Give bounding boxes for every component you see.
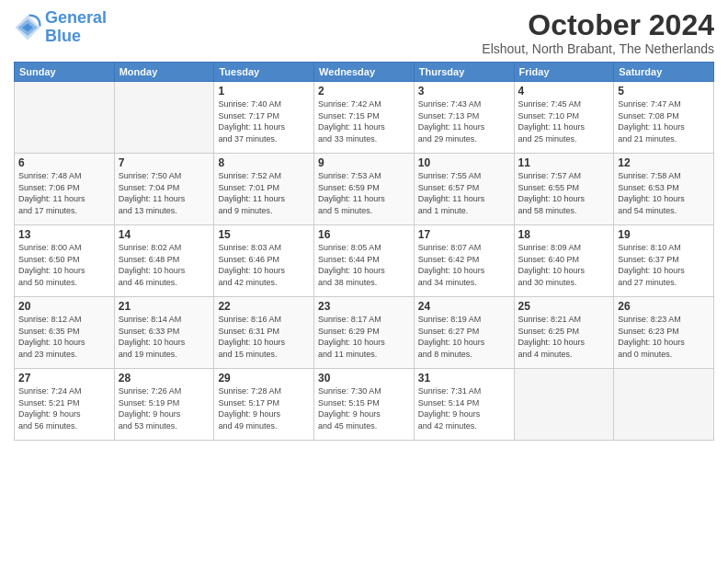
day-number: 9: [318, 156, 410, 169]
day-number: 13: [18, 228, 110, 241]
day-number: 8: [218, 156, 310, 169]
logo-text: General Blue: [45, 9, 107, 46]
day-info: Sunrise: 7:26 AM Sunset: 5:19 PM Dayligh…: [119, 385, 210, 431]
th-wednesday: Wednesday: [314, 63, 415, 82]
day-number: 31: [418, 372, 510, 385]
calendar-week-1: 1Sunrise: 7:40 AM Sunset: 7:17 PM Daylig…: [15, 82, 714, 154]
table-row: 14Sunrise: 8:02 AM Sunset: 6:48 PM Dayli…: [114, 225, 214, 297]
th-sunday: Sunday: [15, 63, 115, 82]
table-row: 27Sunrise: 7:24 AM Sunset: 5:21 PM Dayli…: [15, 369, 115, 441]
day-number: 15: [218, 228, 310, 241]
day-number: 26: [618, 300, 710, 313]
table-row: [114, 82, 214, 154]
day-info: Sunrise: 7:28 AM Sunset: 5:17 PM Dayligh…: [218, 385, 310, 431]
th-tuesday: Tuesday: [214, 63, 314, 82]
th-friday: Friday: [514, 63, 614, 82]
calendar-table: Sunday Monday Tuesday Wednesday Thursday…: [14, 62, 714, 441]
day-info: Sunrise: 8:21 AM Sunset: 6:25 PM Dayligh…: [518, 314, 610, 360]
table-row: 11Sunrise: 7:57 AM Sunset: 6:55 PM Dayli…: [514, 154, 614, 225]
day-info: Sunrise: 7:40 AM Sunset: 7:17 PM Dayligh…: [218, 98, 310, 144]
table-row: 4Sunrise: 7:45 AM Sunset: 7:10 PM Daylig…: [514, 82, 614, 154]
day-number: 25: [518, 300, 610, 313]
table-row: 2Sunrise: 7:42 AM Sunset: 7:15 PM Daylig…: [314, 82, 415, 154]
title-block: October 2024 Elshout, North Brabant, The…: [482, 9, 714, 56]
day-number: 2: [318, 85, 410, 98]
day-info: Sunrise: 8:14 AM Sunset: 6:33 PM Dayligh…: [119, 314, 210, 360]
header: General Blue October 2024 Elshout, North…: [14, 9, 714, 56]
table-row: 20Sunrise: 8:12 AM Sunset: 6:35 PM Dayli…: [15, 297, 115, 369]
day-number: 7: [119, 156, 210, 169]
th-thursday: Thursday: [414, 63, 514, 82]
day-info: Sunrise: 7:45 AM Sunset: 7:10 PM Dayligh…: [518, 98, 610, 144]
table-row: 10Sunrise: 7:55 AM Sunset: 6:57 PM Dayli…: [414, 154, 514, 225]
table-row: 6Sunrise: 7:48 AM Sunset: 7:06 PM Daylig…: [15, 154, 115, 225]
month-title: October 2024: [482, 9, 714, 41]
day-info: Sunrise: 7:58 AM Sunset: 6:53 PM Dayligh…: [618, 170, 710, 216]
day-info: Sunrise: 7:30 AM Sunset: 5:15 PM Dayligh…: [318, 385, 410, 431]
table-row: 3Sunrise: 7:43 AM Sunset: 7:13 PM Daylig…: [414, 82, 514, 154]
table-row: 19Sunrise: 8:10 AM Sunset: 6:37 PM Dayli…: [614, 225, 714, 297]
day-number: 17: [418, 228, 510, 241]
day-info: Sunrise: 8:19 AM Sunset: 6:27 PM Dayligh…: [418, 314, 510, 360]
day-info: Sunrise: 8:10 AM Sunset: 6:37 PM Dayligh…: [618, 242, 710, 288]
page: General Blue October 2024 Elshout, North…: [0, 0, 728, 563]
day-info: Sunrise: 8:05 AM Sunset: 6:44 PM Dayligh…: [318, 242, 410, 288]
day-info: Sunrise: 8:17 AM Sunset: 6:29 PM Dayligh…: [318, 314, 410, 360]
table-row: 9Sunrise: 7:53 AM Sunset: 6:59 PM Daylig…: [314, 154, 415, 225]
day-number: 23: [318, 300, 410, 313]
day-info: Sunrise: 7:43 AM Sunset: 7:13 PM Dayligh…: [418, 98, 510, 144]
day-info: Sunrise: 7:24 AM Sunset: 5:21 PM Dayligh…: [18, 385, 110, 431]
day-number: 4: [518, 85, 610, 98]
day-number: 5: [618, 85, 710, 98]
day-number: 10: [418, 156, 510, 169]
day-info: Sunrise: 8:03 AM Sunset: 6:46 PM Dayligh…: [218, 242, 310, 288]
table-row: 18Sunrise: 8:09 AM Sunset: 6:40 PM Dayli…: [514, 225, 614, 297]
day-number: 22: [218, 300, 310, 313]
logo-icon: [14, 14, 41, 41]
calendar-week-2: 6Sunrise: 7:48 AM Sunset: 7:06 PM Daylig…: [15, 154, 714, 225]
table-row: 31Sunrise: 7:31 AM Sunset: 5:14 PM Dayli…: [414, 369, 514, 441]
day-number: 21: [119, 300, 210, 313]
table-row: 12Sunrise: 7:58 AM Sunset: 6:53 PM Dayli…: [614, 154, 714, 225]
table-row: 30Sunrise: 7:30 AM Sunset: 5:15 PM Dayli…: [314, 369, 415, 441]
day-info: Sunrise: 7:50 AM Sunset: 7:04 PM Dayligh…: [119, 170, 210, 216]
table-row: 22Sunrise: 8:16 AM Sunset: 6:31 PM Dayli…: [214, 297, 314, 369]
table-row: 7Sunrise: 7:50 AM Sunset: 7:04 PM Daylig…: [114, 154, 214, 225]
day-number: 1: [218, 85, 310, 98]
table-row: 1Sunrise: 7:40 AM Sunset: 7:17 PM Daylig…: [214, 82, 314, 154]
day-number: 19: [618, 228, 710, 241]
day-info: Sunrise: 8:16 AM Sunset: 6:31 PM Dayligh…: [218, 314, 310, 360]
table-row: 8Sunrise: 7:52 AM Sunset: 7:01 PM Daylig…: [214, 154, 314, 225]
table-row: 25Sunrise: 8:21 AM Sunset: 6:25 PM Dayli…: [514, 297, 614, 369]
day-info: Sunrise: 7:55 AM Sunset: 6:57 PM Dayligh…: [418, 170, 510, 216]
day-info: Sunrise: 8:00 AM Sunset: 6:50 PM Dayligh…: [18, 242, 110, 288]
calendar-week-5: 27Sunrise: 7:24 AM Sunset: 5:21 PM Dayli…: [15, 369, 714, 441]
day-info: Sunrise: 8:12 AM Sunset: 6:35 PM Dayligh…: [18, 314, 110, 360]
day-info: Sunrise: 7:52 AM Sunset: 7:01 PM Dayligh…: [218, 170, 310, 216]
table-row: 17Sunrise: 8:07 AM Sunset: 6:42 PM Dayli…: [414, 225, 514, 297]
table-row: 28Sunrise: 7:26 AM Sunset: 5:19 PM Dayli…: [114, 369, 214, 441]
day-info: Sunrise: 8:02 AM Sunset: 6:48 PM Dayligh…: [119, 242, 210, 288]
table-row: 24Sunrise: 8:19 AM Sunset: 6:27 PM Dayli…: [414, 297, 514, 369]
th-saturday: Saturday: [614, 63, 714, 82]
table-row: 16Sunrise: 8:05 AM Sunset: 6:44 PM Dayli…: [314, 225, 415, 297]
day-number: 24: [418, 300, 510, 313]
day-info: Sunrise: 7:42 AM Sunset: 7:15 PM Dayligh…: [318, 98, 410, 144]
table-row: 5Sunrise: 7:47 AM Sunset: 7:08 PM Daylig…: [614, 82, 714, 154]
table-row: 26Sunrise: 8:23 AM Sunset: 6:23 PM Dayli…: [614, 297, 714, 369]
th-monday: Monday: [114, 63, 214, 82]
day-info: Sunrise: 7:53 AM Sunset: 6:59 PM Dayligh…: [318, 170, 410, 216]
day-number: 3: [418, 85, 510, 98]
day-info: Sunrise: 8:07 AM Sunset: 6:42 PM Dayligh…: [418, 242, 510, 288]
day-number: 30: [318, 372, 410, 385]
day-info: Sunrise: 7:47 AM Sunset: 7:08 PM Dayligh…: [618, 98, 710, 144]
location-subtitle: Elshout, North Brabant, The Netherlands: [482, 41, 714, 56]
calendar-week-3: 13Sunrise: 8:00 AM Sunset: 6:50 PM Dayli…: [15, 225, 714, 297]
day-number: 6: [18, 156, 110, 169]
table-row: 21Sunrise: 8:14 AM Sunset: 6:33 PM Dayli…: [114, 297, 214, 369]
day-number: 14: [119, 228, 210, 241]
day-number: 28: [119, 372, 210, 385]
table-row: [514, 369, 614, 441]
table-row: [614, 369, 714, 441]
table-row: 15Sunrise: 8:03 AM Sunset: 6:46 PM Dayli…: [214, 225, 314, 297]
